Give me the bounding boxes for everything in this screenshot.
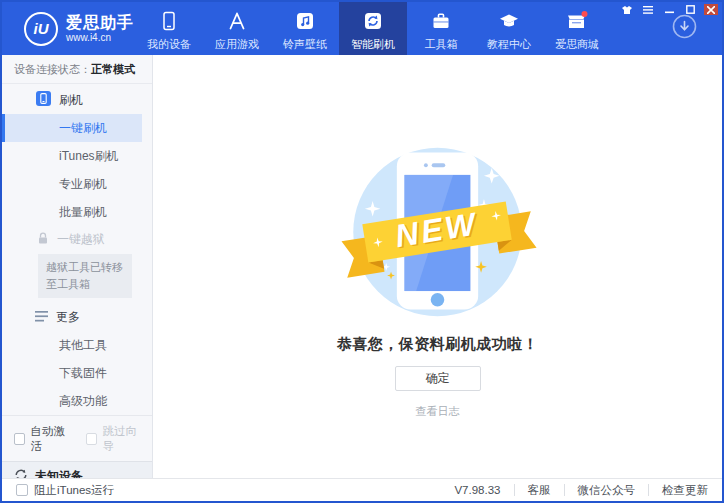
maximize-icon[interactable] xyxy=(683,4,697,15)
skip-wizard-checkbox[interactable] xyxy=(86,433,97,445)
device-icon xyxy=(158,10,180,32)
app-logo: iU 爱思助手 www.i4.cn xyxy=(2,2,135,55)
jailbreak-note: 越狱工具已转移至工具箱 xyxy=(38,254,132,298)
brand-site: www.i4.cn xyxy=(66,32,134,44)
nav-item-tutorials[interactable]: 教程中心 xyxy=(475,2,543,55)
flash-phone-icon xyxy=(36,91,51,109)
confirm-button[interactable]: 确定 xyxy=(395,366,481,391)
skip-wizard-label: 跳过向导 xyxy=(103,424,142,454)
connection-mode: 正常模式 xyxy=(91,63,135,75)
support-link[interactable]: 客服 xyxy=(526,483,553,498)
close-icon[interactable] xyxy=(704,4,718,15)
version-label: V7.98.33 xyxy=(452,484,502,496)
header: iU 爱思助手 www.i4.cn 我的设备 应用游戏 xyxy=(2,2,722,55)
minimize-icon[interactable] xyxy=(662,4,676,15)
toolbox-icon xyxy=(430,10,452,32)
sidebar-item-one-click-flash[interactable]: 一键刷机 xyxy=(2,114,142,142)
nav-item-apps-games[interactable]: 应用游戏 xyxy=(203,2,271,55)
sidebar-item-other-tools[interactable]: 其他工具 xyxy=(2,331,142,359)
download-icon[interactable] xyxy=(671,13,698,44)
sidebar-item-pro-flash[interactable]: 专业刷机 xyxy=(2,170,142,198)
auto-activate-checkbox[interactable] xyxy=(14,433,25,445)
logo-icon: iU xyxy=(24,12,58,46)
app-window: iU 爱思助手 www.i4.cn 我的设备 应用游戏 xyxy=(0,0,724,503)
sidebar-group-flash[interactable]: 刷机 xyxy=(2,84,152,114)
apps-icon xyxy=(226,10,248,32)
nav-item-smart-flash[interactable]: 智能刷机 xyxy=(339,2,407,55)
sidebar-item-itunes-flash[interactable]: iTunes刷机 xyxy=(2,142,142,170)
auto-activate-label: 自动激活 xyxy=(31,424,70,454)
status-bar: 阻止iTunes运行 V7.98.33 客服 微信公众号 检查更新 xyxy=(2,478,722,501)
lock-icon xyxy=(37,232,49,248)
sidebar-item-batch-flash[interactable]: 批量刷机 xyxy=(2,198,142,226)
skin-icon[interactable] xyxy=(620,4,634,15)
main-nav: 我的设备 应用游戏 铃声壁纸 智能刷机 xyxy=(135,2,611,55)
sidebar: 设备连接状态：正常模式 刷机 一键刷机 iTunes刷机 专业刷机 批量刷机 一… xyxy=(2,55,153,478)
tutorial-icon xyxy=(498,10,520,32)
sidebar-item-download-firmware[interactable]: 下载固件 xyxy=(2,359,142,387)
connection-status: 设备连接状态：正常模式 xyxy=(2,55,152,84)
sidebar-group-more[interactable]: 更多 xyxy=(2,302,152,331)
nav-item-store[interactable]: 爱思商城 xyxy=(543,2,611,55)
store-icon xyxy=(565,10,589,32)
nav-item-ringtones-wallpapers[interactable]: 铃声壁纸 xyxy=(271,2,339,55)
new-phone-illustration: NEW NEW xyxy=(335,141,540,323)
window-controls xyxy=(620,4,718,15)
check-update-link[interactable]: 检查更新 xyxy=(660,483,710,498)
menu-icon[interactable] xyxy=(641,4,655,15)
view-log-link[interactable]: 查看日志 xyxy=(416,404,460,419)
nav-item-toolbox[interactable]: 工具箱 xyxy=(407,2,475,55)
main-content: NEW NEW 恭喜您，保资料刷机成功啦！ 确定 查看日志 xyxy=(153,55,722,478)
success-message: 恭喜您，保资料刷机成功啦！ xyxy=(337,335,539,354)
ringtone-icon xyxy=(294,10,316,32)
smart-flash-icon xyxy=(362,10,384,32)
wechat-link[interactable]: 微信公众号 xyxy=(576,483,638,498)
sidebar-item-one-click-jailbreak[interactable]: 一键越狱 xyxy=(2,226,152,251)
sidebar-item-advanced-features[interactable]: 高级功能 xyxy=(2,387,142,415)
more-icon xyxy=(35,311,48,325)
nav-item-my-device[interactable]: 我的设备 xyxy=(135,2,203,55)
block-itunes-checkbox[interactable] xyxy=(16,484,28,496)
block-itunes-label: 阻止iTunes运行 xyxy=(34,483,114,498)
brand-name: 爱思助手 xyxy=(66,14,134,32)
